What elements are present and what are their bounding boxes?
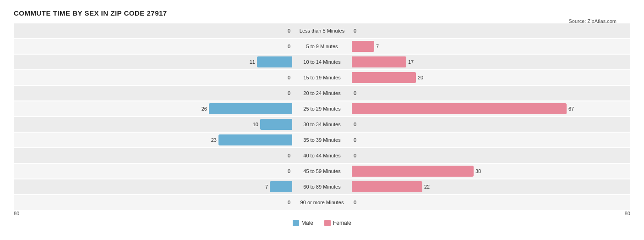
male-value: 11 xyxy=(250,59,255,65)
female-bar xyxy=(352,56,406,67)
female-value: 0 xyxy=(354,28,356,33)
table-row: 45 to 59 Minutes038 xyxy=(14,164,630,179)
female-bar xyxy=(352,166,474,177)
table-row: 60 to 89 Minutes722 xyxy=(14,179,630,194)
male-value: 0 xyxy=(288,75,290,80)
female-value: 7 xyxy=(376,44,379,49)
table-row: 20 to 24 Minutes00 xyxy=(14,86,630,100)
axis-labels: 80 80 xyxy=(14,211,630,216)
male-bar xyxy=(257,56,292,67)
male-bar xyxy=(260,119,292,130)
table-row: 25 to 29 Minutes2667 xyxy=(14,101,630,116)
axis-left: 80 xyxy=(14,211,19,216)
female-bar xyxy=(352,41,374,52)
legend-female-box xyxy=(324,220,331,226)
female-value: 0 xyxy=(354,137,356,143)
male-value: 23 xyxy=(211,137,217,143)
female-value: 20 xyxy=(418,75,423,80)
male-bar xyxy=(218,134,292,145)
male-value: 26 xyxy=(202,106,207,112)
female-value: 17 xyxy=(408,59,414,65)
table-row: 15 to 19 Minutes020 xyxy=(14,70,630,85)
male-bar xyxy=(209,103,292,114)
male-value: 0 xyxy=(288,28,290,33)
table-row: 10 to 14 Minutes1117 xyxy=(14,55,630,69)
female-value: 0 xyxy=(354,200,356,205)
female-value: 38 xyxy=(475,168,481,174)
legend-male-box xyxy=(293,220,299,226)
chart-title: COMMUTE TIME BY SEX IN ZIP CODE 27917 xyxy=(14,9,630,17)
table-row: Less than 5 Minutes00 xyxy=(14,23,630,38)
legend-female: Female xyxy=(324,220,351,226)
table-row: 90 or more Minutes00 xyxy=(14,195,630,210)
chart-area: Less than 5 Minutes005 to 9 Minutes0710 … xyxy=(14,23,630,210)
legend-female-label: Female xyxy=(333,220,351,226)
male-value: 0 xyxy=(288,153,290,158)
legend-male-label: Male xyxy=(301,220,313,226)
female-bar xyxy=(352,181,422,192)
male-value: 7 xyxy=(265,184,268,190)
table-row: 30 to 34 Minutes100 xyxy=(14,117,630,132)
female-bar xyxy=(352,103,567,114)
female-value: 0 xyxy=(354,122,356,127)
legend: Male Female xyxy=(14,220,630,226)
table-row: 5 to 9 Minutes07 xyxy=(14,39,630,54)
female-bar xyxy=(352,72,416,83)
male-value: 0 xyxy=(288,168,290,174)
female-value: 22 xyxy=(424,184,430,190)
table-row: 40 to 44 Minutes00 xyxy=(14,148,630,163)
male-value: 0 xyxy=(288,90,290,96)
female-value: 0 xyxy=(354,153,356,158)
female-value: 0 xyxy=(354,90,356,96)
male-bar xyxy=(270,181,292,192)
table-row: 35 to 39 Minutes230 xyxy=(14,133,630,147)
female-value: 67 xyxy=(568,106,574,112)
axis-right: 80 xyxy=(625,211,630,216)
male-value: 0 xyxy=(288,200,290,205)
legend-male: Male xyxy=(293,220,313,226)
male-value: 0 xyxy=(288,44,290,49)
male-value: 10 xyxy=(253,122,258,127)
